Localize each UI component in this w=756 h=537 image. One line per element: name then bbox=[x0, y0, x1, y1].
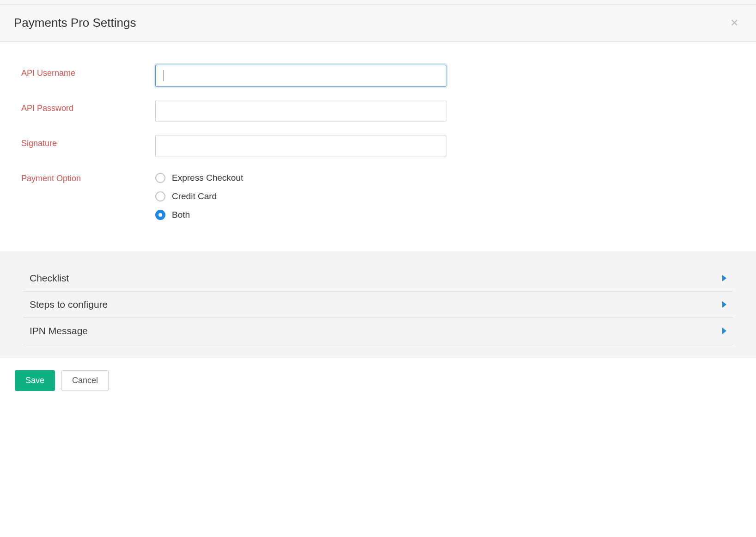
label-payment-option: Payment Option bbox=[21, 170, 155, 183]
modal-header: Payments Pro Settings ✕ bbox=[0, 5, 756, 42]
cancel-button[interactable]: Cancel bbox=[61, 370, 109, 391]
radio-circle-icon bbox=[155, 210, 165, 220]
accordion-section: Checklist Steps to configure IPN Message bbox=[0, 251, 756, 358]
form-area: API Username API Password Signature Paym… bbox=[0, 42, 756, 251]
label-api-username: API Username bbox=[21, 65, 155, 78]
modal-footer: Save Cancel bbox=[0, 358, 756, 403]
row-signature: Signature bbox=[21, 135, 735, 157]
accordion-title: Steps to configure bbox=[30, 299, 108, 310]
chevron-right-icon bbox=[722, 275, 726, 281]
radio-circle-icon bbox=[155, 173, 165, 183]
accordion-ipn-message[interactable]: IPN Message bbox=[23, 318, 733, 344]
accordion-checklist[interactable]: Checklist bbox=[23, 265, 733, 292]
radio-label: Credit Card bbox=[172, 191, 217, 201]
radio-group-payment-option: Express Checkout Credit Card Both bbox=[155, 170, 446, 220]
input-api-password[interactable] bbox=[155, 100, 446, 122]
window-top-stub bbox=[0, 0, 756, 5]
accordion-title: Checklist bbox=[30, 273, 69, 284]
radio-circle-icon bbox=[155, 191, 165, 201]
input-signature[interactable] bbox=[155, 135, 446, 157]
row-api-username: API Username bbox=[21, 65, 735, 87]
row-api-password: API Password bbox=[21, 100, 735, 122]
accordion-steps-to-configure[interactable]: Steps to configure bbox=[23, 292, 733, 318]
close-icon[interactable]: ✕ bbox=[726, 16, 742, 30]
modal-title: Payments Pro Settings bbox=[14, 16, 136, 30]
label-signature: Signature bbox=[21, 135, 155, 148]
chevron-right-icon bbox=[722, 301, 726, 308]
text-cursor bbox=[164, 70, 164, 81]
input-api-username[interactable] bbox=[155, 65, 446, 87]
radio-credit-card[interactable]: Credit Card bbox=[155, 191, 446, 201]
radio-express-checkout[interactable]: Express Checkout bbox=[155, 173, 446, 183]
accordion-title: IPN Message bbox=[30, 325, 88, 336]
radio-label: Express Checkout bbox=[172, 173, 243, 183]
radio-both[interactable]: Both bbox=[155, 210, 446, 220]
row-payment-option: Payment Option Express Checkout Credit C… bbox=[21, 170, 735, 220]
label-api-password: API Password bbox=[21, 100, 155, 113]
chevron-right-icon bbox=[722, 328, 726, 334]
radio-label: Both bbox=[172, 210, 190, 220]
save-button[interactable]: Save bbox=[15, 370, 55, 391]
